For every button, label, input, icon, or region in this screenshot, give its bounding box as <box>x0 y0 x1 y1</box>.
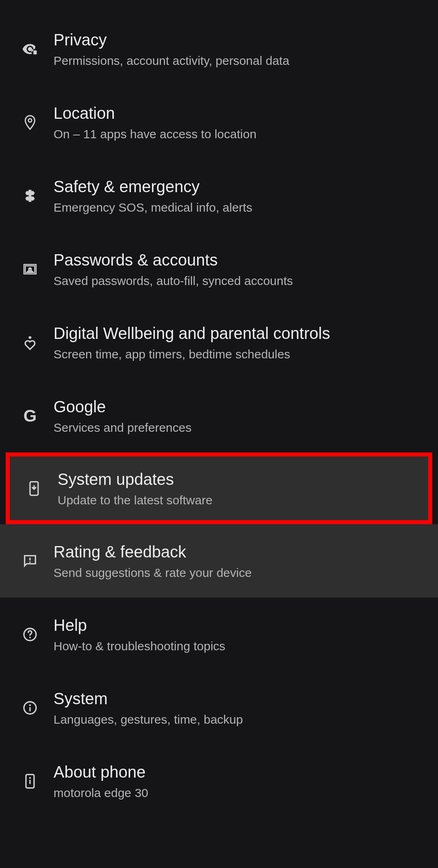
setting-title: About phone <box>54 761 418 782</box>
setting-text: Privacy Permissions, account activity, p… <box>54 29 418 69</box>
info-icon <box>20 698 40 718</box>
location-icon <box>20 113 40 132</box>
setting-subtitle: Send suggestions & rate your device <box>54 565 418 581</box>
setting-item-wellbeing[interactable]: Digital Wellbeing and parental controls … <box>0 306 438 379</box>
setting-item-location[interactable]: Location On – 11 apps have access to loc… <box>0 86 438 159</box>
setting-item-passwords[interactable]: Passwords & accounts Saved passwords, au… <box>0 232 438 306</box>
setting-item-google[interactable]: G Google Services and preferences <box>0 379 438 452</box>
setting-text: Safety & emergency Emergency SOS, medica… <box>54 176 418 215</box>
setting-item-feedback[interactable]: Rating & feedback Send suggestions & rat… <box>0 524 438 598</box>
setting-text: Location On – 11 apps have access to loc… <box>54 103 418 142</box>
svg-rect-0 <box>33 50 36 54</box>
setting-item-system[interactable]: System Languages, gestures, time, backup <box>0 671 438 744</box>
setting-title: System <box>54 688 418 709</box>
setting-text: Rating & feedback Send suggestions & rat… <box>54 541 418 581</box>
google-icon: G <box>20 406 40 426</box>
setting-text: Digital Wellbeing and parental controls … <box>54 323 418 362</box>
setting-item-privacy[interactable]: Privacy Permissions, account activity, p… <box>0 12 438 86</box>
setting-subtitle: motorola edge 30 <box>54 785 418 801</box>
setting-subtitle: Emergency SOS, medical info, alerts <box>54 199 418 215</box>
setting-item-system-updates[interactable]: System updates Update to the latest soft… <box>6 452 432 524</box>
setting-subtitle: Screen time, app timers, bedtime schedul… <box>54 346 418 362</box>
svg-point-13 <box>29 777 31 778</box>
phone-info-icon <box>20 772 40 791</box>
setting-title: Location <box>54 103 418 124</box>
svg-rect-5 <box>29 561 30 562</box>
svg-rect-9 <box>29 707 30 711</box>
setting-subtitle: Update to the latest software <box>58 492 408 508</box>
setting-text: System Languages, gestures, time, backup <box>54 688 418 727</box>
setting-subtitle: Saved passwords, auto-fill, synced accou… <box>54 273 418 289</box>
setting-title: Help <box>54 615 418 636</box>
setting-item-help[interactable]: Help How-to & troubleshooting topics <box>0 598 438 671</box>
setting-text: About phone motorola edge 30 <box>54 761 418 801</box>
setting-text: Help How-to & troubleshooting topics <box>54 615 418 654</box>
setting-title: Rating & feedback <box>54 541 418 562</box>
setting-title: Passwords & accounts <box>54 249 418 270</box>
setting-title: Digital Wellbeing and parental controls <box>54 323 418 344</box>
svg-point-1 <box>29 267 31 269</box>
setting-subtitle: How-to & troubleshooting topics <box>54 638 418 654</box>
setting-title: Safety & emergency <box>54 176 418 197</box>
svg-rect-12 <box>29 780 30 784</box>
setting-title: System updates <box>58 469 408 490</box>
setting-title: Privacy <box>54 29 418 50</box>
setting-title: Google <box>54 396 418 417</box>
setting-subtitle: Languages, gestures, time, backup <box>54 712 418 727</box>
medical-icon <box>20 186 40 206</box>
settings-list: Privacy Permissions, account activity, p… <box>0 0 438 818</box>
svg-point-2 <box>29 336 32 339</box>
setting-subtitle: On – 11 apps have access to location <box>54 126 418 142</box>
wellbeing-icon <box>20 333 40 352</box>
eye-lock-icon <box>20 39 40 59</box>
setting-item-about-phone[interactable]: About phone motorola edge 30 <box>0 744 438 818</box>
svg-point-7 <box>29 637 31 638</box>
setting-text: Google Services and preferences <box>54 396 418 435</box>
svg-point-10 <box>29 704 31 706</box>
setting-subtitle: Services and preferences <box>54 420 418 435</box>
help-icon <box>20 625 40 644</box>
setting-item-safety[interactable]: Safety & emergency Emergency SOS, medica… <box>0 159 438 232</box>
setting-subtitle: Permissions, account activity, personal … <box>54 53 418 69</box>
setting-text: System updates Update to the latest soft… <box>58 469 408 508</box>
account-icon <box>20 259 40 279</box>
system-update-icon <box>24 479 44 498</box>
feedback-icon <box>20 551 40 571</box>
svg-rect-4 <box>29 557 30 560</box>
setting-text: Passwords & accounts Saved passwords, au… <box>54 249 418 289</box>
